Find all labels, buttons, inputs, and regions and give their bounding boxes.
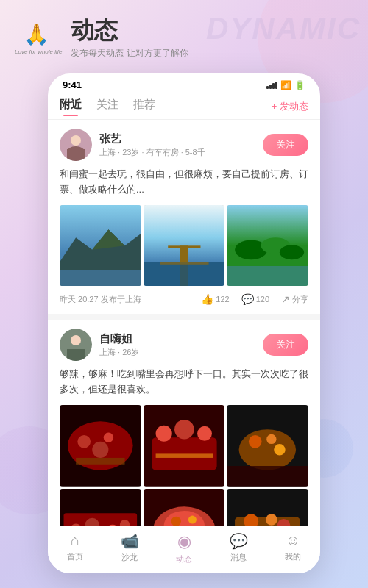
post-time-1: 昨天 20:27 发布于上海 bbox=[60, 294, 201, 305]
post-text-2: 够辣，够麻！吃到嘴里会再想呼下一口。其实一次次吃了很多次，但还是很喜欢。 bbox=[60, 367, 308, 398]
svg-point-30 bbox=[155, 426, 171, 442]
nav-item-message[interactable]: 💬 消息 bbox=[211, 532, 266, 564]
user-info-2: 自嗨姐 上海 · 26岁 bbox=[99, 332, 263, 358]
wifi-icon: 📶 bbox=[280, 80, 291, 90]
nav-label-dynamic: 动态 bbox=[176, 553, 192, 564]
post-img-1-2 bbox=[144, 205, 225, 287]
share-label-1: 分享 bbox=[292, 294, 308, 305]
avatar-1[interactable] bbox=[60, 129, 92, 161]
svg-rect-27 bbox=[76, 458, 124, 465]
nav-label-message: 消息 bbox=[230, 552, 247, 563]
profile-icon: ☺ bbox=[286, 532, 300, 549]
like-action-1[interactable]: 👍 122 bbox=[201, 293, 229, 305]
post-img-2-6 bbox=[227, 489, 308, 526]
comment-icon-1: 💬 bbox=[241, 293, 254, 305]
post-img-1-3 bbox=[227, 205, 308, 287]
svg-point-32 bbox=[197, 426, 212, 441]
post-images-1 bbox=[60, 205, 308, 287]
svg-point-36 bbox=[249, 435, 262, 448]
comment-action-1[interactable]: 💬 120 bbox=[241, 293, 269, 305]
follow-btn-1[interactable]: 关注 bbox=[263, 134, 308, 156]
post-img-2-4 bbox=[60, 489, 141, 526]
post-img-2-2 bbox=[144, 405, 225, 487]
nav-item-salon[interactable]: 📹 沙龙 bbox=[102, 532, 157, 564]
svg-point-24 bbox=[77, 435, 91, 448]
bottom-nav: ⌂ 首页 📹 沙龙 ◉ 动态 💬 消息 ☺ 我的 bbox=[48, 526, 320, 573]
post-img-2-3 bbox=[227, 405, 308, 487]
home-icon: ⌂ bbox=[71, 532, 79, 549]
dynamic-icon: ◉ bbox=[177, 532, 191, 551]
post-img-2-5 bbox=[144, 489, 225, 526]
svg-rect-13 bbox=[160, 262, 208, 264]
message-icon: 💬 bbox=[230, 532, 248, 550]
svg-rect-18 bbox=[227, 266, 308, 287]
video-icon: 📹 bbox=[121, 532, 139, 550]
user-info-1: 张艺 上海 · 23岁 · 有车有房 · 5-8千 bbox=[99, 132, 263, 158]
user-meta-2: 上海 · 26岁 bbox=[99, 347, 263, 358]
svg-point-26 bbox=[92, 442, 108, 458]
svg-rect-39 bbox=[227, 466, 308, 487]
svg-point-25 bbox=[104, 432, 113, 442]
comment-count-1: 120 bbox=[256, 295, 269, 304]
svg-point-56 bbox=[266, 514, 277, 525]
status-time: 9:41 bbox=[63, 79, 82, 90]
logo-area: 🙏 Love for whole life bbox=[15, 19, 62, 55]
svg-rect-4 bbox=[67, 149, 85, 161]
svg-point-50 bbox=[171, 516, 180, 526]
post-card-1: 张艺 上海 · 23岁 · 有车有房 · 5-8千 关注 和闺蜜一起去玩，很自由… bbox=[48, 120, 320, 320]
nav-label-profile: 我的 bbox=[285, 551, 301, 562]
svg-point-20 bbox=[71, 335, 81, 345]
svg-rect-12 bbox=[144, 262, 225, 286]
svg-point-38 bbox=[275, 444, 286, 455]
battery-icon: 🔋 bbox=[294, 80, 305, 90]
page-subtitle: 发布每天动态 让对方更了解你 bbox=[71, 47, 188, 60]
svg-point-37 bbox=[267, 434, 277, 444]
post-card-2: 自嗨姐 上海 · 26岁 关注 够辣，够麻！吃到嘴里会再想呼下一口。其实一次次吃… bbox=[48, 320, 320, 526]
svg-point-51 bbox=[188, 515, 197, 523]
top-tabs: 附近 关注 推荐 + 发动态 bbox=[48, 93, 320, 120]
like-count-1: 122 bbox=[216, 295, 229, 304]
nav-item-dynamic[interactable]: ◉ 动态 bbox=[157, 532, 211, 564]
post-images-2 bbox=[60, 405, 308, 526]
avatar-2[interactable] bbox=[60, 329, 92, 361]
post-header-1: 张艺 上海 · 23岁 · 有车有房 · 5-8千 关注 bbox=[60, 129, 308, 161]
svg-point-17 bbox=[280, 245, 304, 259]
svg-point-2 bbox=[71, 135, 81, 146]
post-img-2-1 bbox=[60, 405, 141, 487]
user-name-1: 张艺 bbox=[99, 132, 263, 146]
svg-point-35 bbox=[239, 429, 296, 470]
tab-nearby[interactable]: 附近 bbox=[60, 98, 82, 115]
nav-label-salon: 沙龙 bbox=[121, 552, 138, 563]
content-area: 张艺 上海 · 23岁 · 有车有房 · 5-8千 关注 和闺蜜一起去玩，很自由… bbox=[48, 120, 320, 526]
signal-icon bbox=[266, 82, 277, 89]
nav-item-home[interactable]: ⌂ 首页 bbox=[48, 532, 102, 564]
post-footer-1: 昨天 20:27 发布于上海 👍 122 💬 120 ↗ 分享 bbox=[60, 293, 308, 305]
logo-subtitle: Love for whole life bbox=[15, 49, 62, 55]
phone-frame: 9:41 📶 🔋 附近 关注 推荐 + 发动态 bbox=[48, 74, 320, 573]
dynamic-bg-text: DYNAMIC bbox=[206, 11, 361, 46]
svg-point-31 bbox=[174, 420, 194, 440]
svg-rect-29 bbox=[152, 437, 217, 470]
tab-recommend[interactable]: 推荐 bbox=[133, 98, 155, 115]
post-header-2: 自嗨姐 上海 · 26岁 关注 bbox=[60, 329, 308, 361]
like-icon-1: 👍 bbox=[201, 293, 213, 305]
nav-label-home: 首页 bbox=[67, 551, 83, 562]
svg-rect-21 bbox=[67, 349, 85, 361]
svg-rect-11 bbox=[168, 245, 200, 248]
page-title: 动态 bbox=[71, 15, 188, 47]
share-action-1[interactable]: ↗ 分享 bbox=[281, 293, 308, 305]
share-icon-1: ↗ bbox=[281, 293, 290, 305]
tab-follow[interactable]: 关注 bbox=[96, 98, 118, 115]
svg-rect-33 bbox=[155, 453, 212, 458]
header-title-area: 动态 发布每天动态 让对方更了解你 bbox=[71, 15, 188, 60]
nav-item-profile[interactable]: ☺ 我的 bbox=[266, 532, 320, 564]
user-meta-1: 上海 · 23岁 · 有车有房 · 5-8千 bbox=[99, 147, 263, 158]
svg-text:🙏: 🙏 bbox=[24, 22, 49, 46]
post-dynamic-btn[interactable]: + 发动态 bbox=[272, 100, 308, 113]
status-bar: 9:41 📶 🔋 bbox=[48, 74, 320, 93]
follow-btn-2[interactable]: 关注 bbox=[263, 334, 308, 356]
post-text-1: 和闺蜜一起去玩，很自由，但很麻烦，要自己提前订房、订票、做攻略什么的... bbox=[60, 167, 308, 198]
user-name-2: 自嗨姐 bbox=[99, 332, 263, 346]
status-icons: 📶 🔋 bbox=[266, 80, 305, 90]
post-actions-1: 👍 122 💬 120 ↗ 分享 bbox=[201, 293, 308, 305]
